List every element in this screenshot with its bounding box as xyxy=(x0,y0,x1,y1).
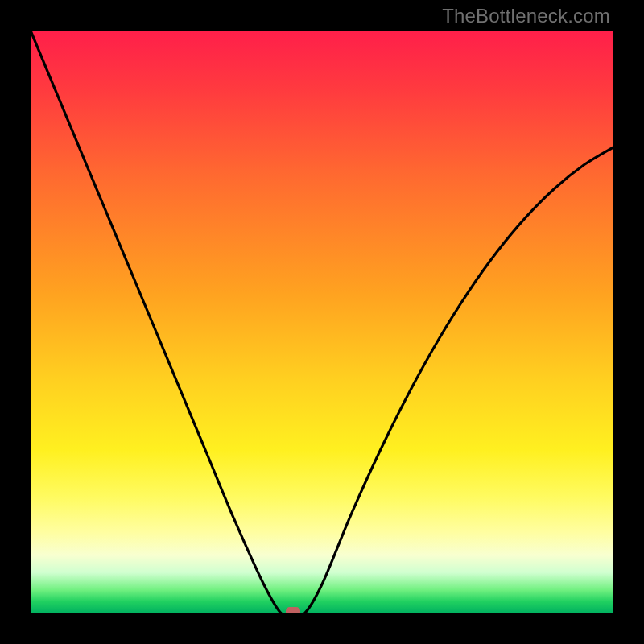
watermark-text: TheBottleneck.com xyxy=(442,5,610,27)
optimal-point-marker xyxy=(286,607,300,613)
bottleneck-curve xyxy=(31,31,613,613)
chart-frame: TheBottleneck.com xyxy=(0,0,644,644)
plot-area xyxy=(31,31,613,613)
